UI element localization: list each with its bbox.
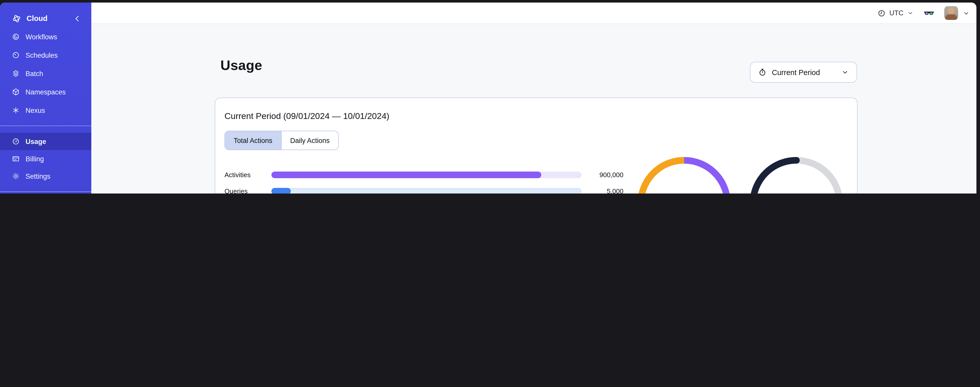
donut-value: 4.7 MM [668,193,700,194]
sidebar: Cloud WorkflowsSchedulesBatchNamespacesN… [0,3,91,194]
sidebar-item-schedules[interactable]: Schedules [0,46,91,64]
donut-value: 0 GB/Day [775,193,818,194]
total-actions-donut: 4.7 MM Total Actions [637,156,732,194]
main-content: Usage Current Period Current Period (09/… [91,24,977,194]
bar-row-activities: Activities900,000 [221,166,624,183]
app-window: Cloud WorkflowsSchedulesBatchNamespacesN… [0,3,977,194]
billing-icon [12,155,20,163]
brand-label: Cloud [27,14,48,22]
period-button-label: Current Period [772,68,820,76]
clock-icon [878,9,886,17]
sidebar-item-label: Schedules [25,51,58,59]
donut-center: 0 GB/Day Total Storage [749,156,844,194]
chevron-down-icon [907,10,914,16]
sidebar-group-account: UsageBillingSettings [0,133,91,185]
settings-icon [12,172,20,180]
bar-label: Activities [221,171,271,178]
usage-bar-chart: Activities900,000Queries5,000Signals130,… [221,166,624,194]
workflows-icon [12,33,20,41]
sidebar-item-label: Namespaces [25,88,66,96]
sidebar-item-label: Settings [25,172,51,180]
sidebar-item-settings[interactable]: Settings [0,168,91,185]
sidebar-divider [0,126,91,126]
sidebar-item-label: Billing [25,155,44,163]
namespaces-icon [12,88,20,96]
timezone-label: UTC [889,9,904,17]
chevron-down-icon [963,10,970,17]
glasses-icon[interactable] [923,7,935,19]
actions-tab-group: Total ActionsDaily Actions [224,131,339,150]
bar-label: Queries [221,187,271,194]
nexus-icon [12,106,20,114]
usage-card: Current Period (09/01/2024 — 10/01/2024)… [215,98,858,194]
sidebar-item-batch[interactable]: Batch [0,64,91,83]
bar-fill [271,188,291,194]
bar-value: 5,000 [582,187,624,194]
sidebar-item-usage[interactable]: Usage [0,133,91,150]
sidebar-item-label: Usage [25,138,46,145]
sidebar-divider [0,192,91,192]
avatar [944,6,958,20]
tab-total-actions[interactable]: Total Actions [225,131,281,150]
sidebar-item-workflows[interactable]: Workflows [0,27,91,46]
bar-row-queries: Queries5,000 [221,183,624,194]
stopwatch-icon [758,68,767,77]
chevron-down-icon [841,69,849,76]
sidebar-item-billing[interactable]: Billing [0,150,91,168]
sidebar-item-label: Batch [25,70,43,77]
bar-track [271,171,582,178]
total-storage-donut: 0 GB/Day Total Storage [749,156,844,194]
page-title: Usage [220,58,262,74]
period-selector-button[interactable]: Current Period [750,62,857,83]
topbar: UTC [91,3,977,24]
bar-fill [271,171,541,178]
sidebar-item-nexus[interactable]: Nexus [0,101,91,120]
batch-icon [12,69,20,78]
bar-track [271,188,582,194]
bar-value: 900,000 [582,171,624,178]
schedules-icon [12,51,20,59]
sidebar-item-namespaces[interactable]: Namespaces [0,83,91,101]
sidebar-brand: Cloud [0,9,91,27]
usage-card-title: Current Period (09/01/2024 — 10/01/2024) [224,111,389,122]
usage-icon [12,138,20,146]
account-menu[interactable] [944,6,970,20]
sidebar-item-label: Nexus [25,106,45,114]
temporal-logo-icon [12,14,21,23]
sidebar-item-label: Workflows [25,33,57,41]
screenshot-stage: Cloud WorkflowsSchedulesBatchNamespacesN… [0,0,980,194]
sidebar-collapse-button[interactable] [72,14,82,23]
sidebar-group-main: WorkflowsSchedulesBatchNamespacesNexus [0,27,91,120]
tab-daily-actions[interactable]: Daily Actions [281,131,339,150]
donut-center: 4.7 MM Total Actions [637,156,732,194]
timezone-selector[interactable]: UTC [878,9,914,17]
